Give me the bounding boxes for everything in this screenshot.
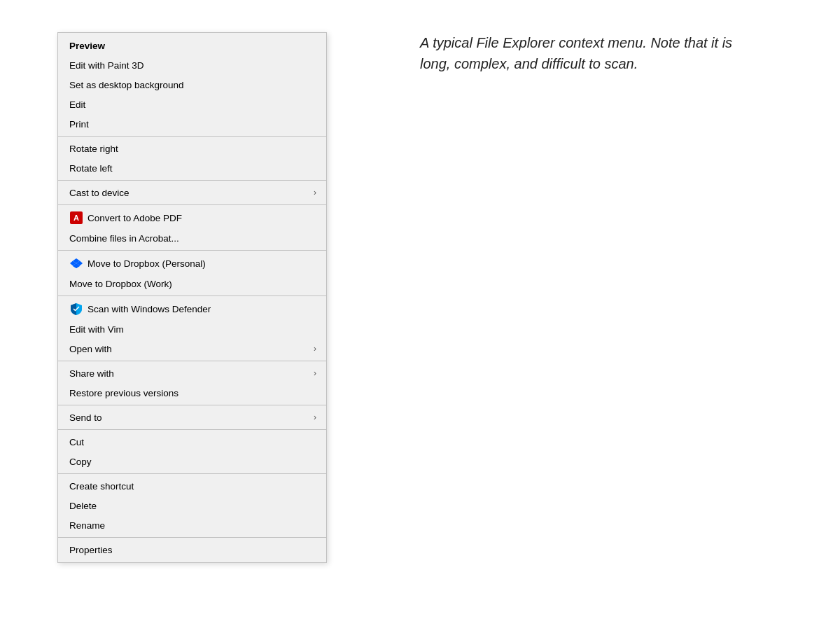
separator-after-send-to [58,429,326,430]
separator-after-acrobat [58,250,326,251]
dropbox-icon [69,256,83,270]
context-menu: PreviewEdit with Paint 3DSet as desktop … [57,32,327,563]
menu-item-acrobat[interactable]: Combine files in Acrobat... [58,228,326,248]
separator-after-rename [58,537,326,538]
menu-item-label-rename: Rename [69,520,105,531]
menu-item-desktop-bg[interactable]: Set as desktop background [58,75,326,95]
menu-item-dropbox-work[interactable]: Move to Dropbox (Work) [58,274,326,293]
menu-item-label-properties: Properties [69,545,113,555]
menu-item-label-copy: Copy [69,457,92,467]
menu-item-label-restore: Restore previous versions [69,388,178,398]
separator-after-open-with [58,361,326,361]
menu-item-share-with[interactable]: Share with› [58,363,326,383]
chevron-icon-share-with: › [314,368,316,378]
menu-item-label-acrobat: Combine files in Acrobat... [69,233,179,244]
menu-item-label-vim: Edit with Vim [69,324,124,335]
menu-item-label-rotate-right: Rotate right [69,144,118,154]
menu-item-vim[interactable]: Edit with Vim [58,319,326,339]
menu-item-label-send-to: Send to [69,412,102,423]
separator-after-restore [58,405,326,405]
menu-item-label-dropbox-work: Move to Dropbox (Work) [69,279,172,289]
menu-item-print[interactable]: Print [58,114,326,134]
menu-item-label-adobe-pdf: Convert to Adobe PDF [88,213,182,223]
separator-after-rotate-left [58,180,326,181]
menu-item-label-delete: Delete [69,501,97,511]
menu-item-cut[interactable]: Cut [58,432,326,452]
menu-item-edit[interactable]: Edit [58,95,326,114]
menu-item-create-shortcut[interactable]: Create shortcut [58,476,326,496]
menu-item-rename[interactable]: Rename [58,515,326,535]
menu-item-label-edit-paint: Edit with Paint 3D [69,60,144,71]
menu-item-delete[interactable]: Delete [58,496,326,515]
separator-after-dropbox-work [58,295,326,296]
menu-item-label-create-shortcut: Create shortcut [69,481,134,492]
menu-item-label-preview: Preview [69,41,105,51]
defender-icon [69,302,83,316]
menu-item-label-dropbox-personal: Move to Dropbox (Personal) [88,258,206,269]
chevron-icon-open-with: › [314,344,316,354]
menu-item-label-defender: Scan with Windows Defender [88,304,211,314]
menu-item-preview[interactable]: Preview [58,36,326,55]
annotation-text: A typical File Explorer context menu. No… [420,32,756,74]
menu-item-open-with[interactable]: Open with› [58,339,326,359]
menu-item-rotate-right[interactable]: Rotate right [58,139,326,158]
menu-item-copy[interactable]: Copy [58,452,326,471]
menu-item-label-print: Print [69,119,89,130]
menu-item-defender[interactable]: Scan with Windows Defender [58,298,326,319]
separator-after-print [58,136,326,137]
separator-after-cast [58,204,326,205]
annotation-content: A typical File Explorer context menu. No… [420,35,732,71]
menu-item-label-share-with: Share with [69,368,114,379]
menu-item-properties[interactable]: Properties [58,540,326,559]
menu-item-restore[interactable]: Restore previous versions [58,383,326,403]
menu-item-label-desktop-bg: Set as desktop background [69,80,184,90]
menu-item-label-open-with: Open with [69,344,112,354]
menu-item-edit-paint[interactable]: Edit with Paint 3D [58,55,326,75]
menu-item-cast[interactable]: Cast to device› [58,183,326,202]
menu-item-rotate-left[interactable]: Rotate left [58,158,326,178]
menu-item-label-cast: Cast to device [69,188,130,198]
chevron-icon-cast: › [314,188,316,197]
menu-item-label-edit: Edit [69,99,85,110]
menu-item-dropbox-personal[interactable]: Move to Dropbox (Personal) [58,253,326,274]
separator-after-copy [58,473,326,474]
menu-item-label-cut: Cut [69,437,84,447]
menu-item-adobe-pdf[interactable]: AConvert to Adobe PDF [58,207,326,228]
adobe-icon: A [69,211,83,225]
chevron-icon-send-to: › [314,412,316,422]
menu-item-send-to[interactable]: Send to› [58,408,326,427]
menu-item-label-rotate-left: Rotate left [69,163,113,174]
